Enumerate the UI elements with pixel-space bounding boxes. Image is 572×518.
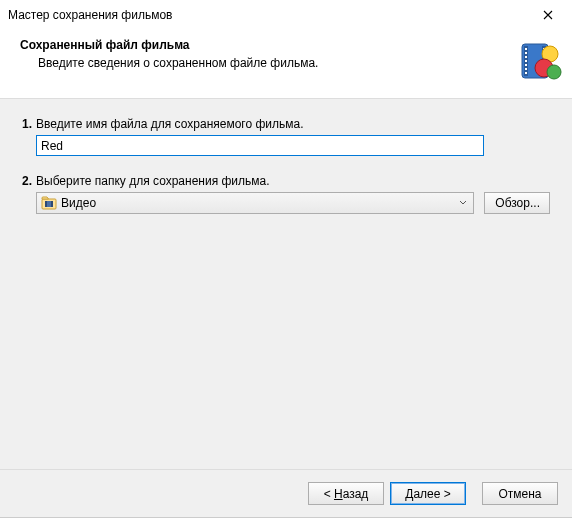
header-text: Сохраненный файл фильма Введите сведения…	[20, 38, 508, 70]
close-icon	[543, 10, 553, 20]
cancel-button[interactable]: Отмена	[482, 482, 558, 505]
svg-rect-6	[525, 60, 527, 62]
svg-rect-7	[525, 64, 527, 66]
folder-selected: Видео	[61, 196, 455, 210]
step1-row: 1. Введите имя файла для сохраняемого фи…	[22, 117, 550, 156]
window-title: Мастер сохранения фильмов	[8, 8, 526, 22]
step2-label-line: 2. Выберите папку для сохранения фильма.	[22, 174, 550, 188]
wizard-window: Мастер сохранения фильмов Сохраненный фа…	[0, 0, 572, 518]
next-button[interactable]: Далее >	[390, 482, 466, 505]
back-button[interactable]: < Назад	[308, 482, 384, 505]
browse-button[interactable]: Обзор...	[484, 192, 550, 214]
svg-point-19	[547, 65, 561, 79]
titlebar: Мастер сохранения фильмов	[0, 0, 572, 30]
filename-input[interactable]	[36, 135, 484, 156]
header-title: Сохраненный файл фильма	[20, 38, 508, 52]
folder-row: Видео Обзор...	[36, 192, 550, 214]
step1-label: Введите имя файла для сохраняемого фильм…	[36, 117, 304, 131]
svg-rect-23	[51, 201, 53, 207]
next-label: Далее >	[405, 487, 451, 501]
wizard-header: Сохраненный файл фильма Введите сведения…	[0, 30, 572, 99]
wizard-content: 1. Введите имя файла для сохраняемого фи…	[0, 99, 572, 469]
header-subtitle: Введите сведения о сохраненном файле фил…	[20, 56, 508, 70]
back-label: < Назад	[324, 487, 369, 501]
movie-maker-icon	[516, 38, 562, 84]
folder-combobox[interactable]: Видео	[36, 192, 474, 214]
video-folder-icon	[41, 195, 57, 211]
step2-number: 2.	[22, 174, 36, 188]
close-button[interactable]	[526, 1, 570, 29]
svg-rect-5	[525, 56, 527, 58]
svg-rect-22	[45, 201, 47, 207]
svg-rect-9	[525, 72, 527, 74]
step2-row: 2. Выберите папку для сохранения фильма.	[22, 174, 550, 214]
step1-label-line: 1. Введите имя файла для сохраняемого фи…	[22, 117, 550, 131]
chevron-down-icon	[455, 199, 471, 207]
svg-rect-8	[525, 68, 527, 70]
wizard-footer: < Назад Далее > Отмена	[0, 469, 572, 517]
svg-rect-4	[525, 52, 527, 54]
svg-rect-3	[525, 48, 527, 50]
step2-label: Выберите папку для сохранения фильма.	[36, 174, 270, 188]
step1-number: 1.	[22, 117, 36, 131]
